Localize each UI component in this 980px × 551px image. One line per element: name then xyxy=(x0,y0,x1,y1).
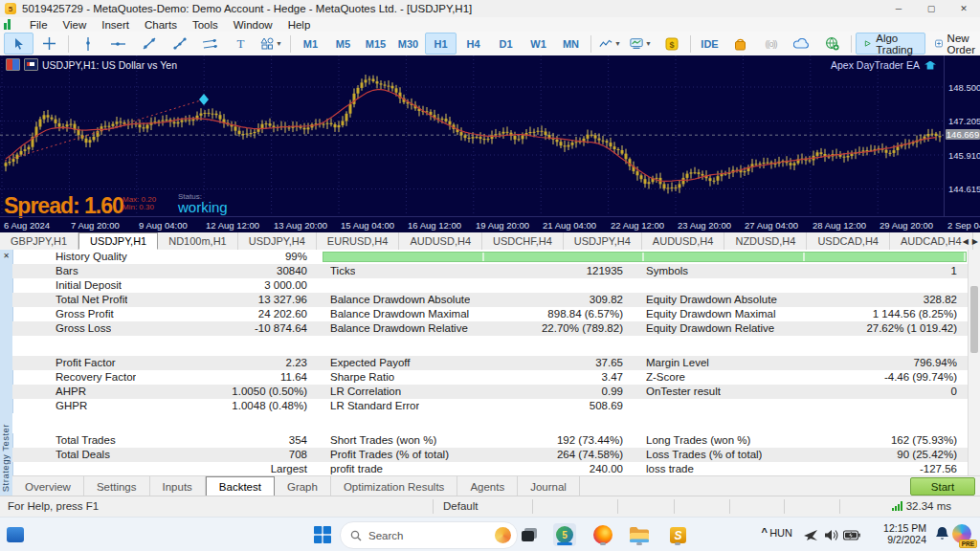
start-button-windows[interactable] xyxy=(311,523,334,546)
tester-tab-settings[interactable]: Settings xyxy=(84,476,150,496)
indicators-button[interactable]: ▼ xyxy=(626,33,656,55)
symbol-tab-eurusd-h4[interactable]: EURUSD,H4 xyxy=(317,232,400,250)
symbol-tab-usdcad-h4[interactable]: USDCAD,H4 xyxy=(807,232,890,250)
firefox-icon[interactable] xyxy=(591,523,614,546)
language-indicator[interactable]: HUN xyxy=(769,527,792,539)
symbol-tab-audusd-h4[interactable]: AUDUSD,H4 xyxy=(399,232,482,250)
profile-name[interactable]: Default xyxy=(443,500,478,512)
search-highlight-icon[interactable] xyxy=(495,527,511,543)
tester-tab-journal[interactable]: Journal xyxy=(518,476,580,496)
minimize-button[interactable]: ─ xyxy=(882,0,915,17)
symbol-tab-usdjpy-h4[interactable]: USDJPY,H4 xyxy=(238,232,317,250)
timeframe-m15[interactable]: M15 xyxy=(360,33,391,55)
copilot-icon[interactable]: PRE xyxy=(951,523,974,546)
tester-close-icon[interactable]: ✕ xyxy=(2,252,11,260)
symbol-tab-audcad-h4[interactable]: AUDCAD,H4 xyxy=(890,232,973,250)
connection-latency[interactable]: 32.34 ms xyxy=(892,500,951,512)
maximize-button[interactable]: ▢ xyxy=(915,0,947,17)
timeframe-h4[interactable]: H4 xyxy=(457,33,489,55)
metatrader-taskbar-icon[interactable]: 5 xyxy=(553,523,576,546)
volume-icon[interactable] xyxy=(823,526,840,543)
ide-button[interactable]: IDE xyxy=(695,33,724,55)
tester-cell-label: Equity Drawdown Maximal xyxy=(646,307,776,321)
airplane-mode-icon[interactable] xyxy=(802,526,819,543)
menu-item-window[interactable]: Window xyxy=(226,17,280,32)
symbol-tab-nd100m-h1[interactable]: ND100m,H1 xyxy=(158,232,238,250)
tester-cell-value: 24 202.60 xyxy=(258,307,307,321)
tray-chevron-icon[interactable]: ^ xyxy=(762,526,768,538)
timeframe-mn[interactable]: MN xyxy=(555,33,587,55)
scrollbar-thumb[interactable] xyxy=(970,286,978,353)
battery-icon[interactable] xyxy=(842,526,861,543)
price-scale[interactable]: 148.500147.205145.910144.615146.669 xyxy=(944,55,980,216)
timeframe-h1[interactable]: H1 xyxy=(425,33,457,55)
tester-cell: Gross Loss-10 874.64 xyxy=(44,321,319,336)
community-button[interactable] xyxy=(817,33,847,55)
polyline-tool-button[interactable] xyxy=(165,33,194,55)
taskbar-corner-icon[interactable] xyxy=(4,523,27,546)
tester-cell xyxy=(635,399,969,413)
symbol-tab-gbpjpy-h1[interactable]: GBPJPY,H1 xyxy=(0,232,78,250)
symbol-tab-usdjpy-h4[interactable]: USDJPY,H4 xyxy=(564,232,642,250)
one-click-trading-icon[interactable] xyxy=(6,58,20,71)
row-indent xyxy=(12,278,44,293)
tester-cell-value: 1 xyxy=(951,264,957,278)
tester-scrollbar[interactable] xyxy=(968,250,980,475)
start-button[interactable]: Start xyxy=(910,477,975,496)
cursor-tool-button[interactable] xyxy=(4,33,33,55)
menu-item-insert[interactable]: Insert xyxy=(94,17,137,32)
menu-item-charts[interactable]: Charts xyxy=(137,17,185,32)
deposit-button[interactable]: $ xyxy=(657,33,686,55)
chart-symbol-icon xyxy=(24,58,38,71)
menu-item-help[interactable]: Help xyxy=(280,17,319,32)
shapes-tool-button[interactable]: ▼ xyxy=(256,33,286,55)
vertical-line-tool-button[interactable] xyxy=(73,33,102,55)
gold-s-app-icon[interactable]: S xyxy=(666,523,689,546)
channel-tool-button[interactable] xyxy=(195,33,225,55)
tester-tab-graph[interactable]: Graph xyxy=(275,476,331,496)
tab-scroll-left[interactable]: ◀ xyxy=(963,237,969,246)
candlestick-chart[interactable] xyxy=(0,55,944,216)
chart-type-button[interactable]: ▼ xyxy=(595,33,625,55)
signals-button[interactable]: ((o)) xyxy=(756,33,786,55)
timeframe-m5[interactable]: M5 xyxy=(327,33,359,55)
notification-bell-icon[interactable] xyxy=(935,526,949,545)
tester-tab-inputs[interactable]: Inputs xyxy=(150,476,206,496)
symbol-tab-usdchf-h4[interactable]: USDCHF,H4 xyxy=(482,232,564,250)
tab-scroll-right[interactable]: ▶ xyxy=(972,237,978,246)
horizontal-line-tool-button[interactable] xyxy=(103,33,133,55)
algo-trading-button[interactable]: Algo Trading xyxy=(856,33,925,55)
text-tool-button[interactable]: T xyxy=(226,33,256,55)
chart-area[interactable]: USDJPY,H1: US Dollar vs Yen Apex DayTrad… xyxy=(0,55,980,232)
market-button[interactable] xyxy=(725,33,755,55)
tester-tab-optimization-results[interactable]: Optimization Results xyxy=(331,476,457,496)
tester-tab-overview[interactable]: Overview xyxy=(12,476,84,496)
task-view-icon[interactable] xyxy=(518,523,541,546)
crosshair-tool-button[interactable] xyxy=(34,33,64,55)
vps-cloud-button[interactable] xyxy=(787,33,816,55)
timeframe-d1[interactable]: D1 xyxy=(490,33,522,55)
tester-tab-agents[interactable]: Agents xyxy=(457,476,518,496)
trendline-tool-button[interactable] xyxy=(134,33,164,55)
time-axis[interactable]: 6 Aug 20247 Aug 20:009 Aug 04:0012 Aug 1… xyxy=(0,216,980,233)
symbol-tab-nzdusd-h4[interactable]: NZDUSD,H4 xyxy=(724,232,807,250)
symbol-tab-usdjpy-h1[interactable]: USDJPY,H1 xyxy=(78,232,158,250)
new-order-button[interactable]: New Order xyxy=(926,33,980,55)
copilot-pre-badge: PRE xyxy=(959,540,977,548)
timeframe-m30[interactable]: M30 xyxy=(392,33,424,55)
menu-item-file[interactable]: File xyxy=(22,17,56,32)
menu-item-view[interactable]: View xyxy=(56,17,95,32)
timeframe-w1[interactable]: W1 xyxy=(523,33,554,55)
timeframe-m1[interactable]: M1 xyxy=(295,33,326,55)
close-button[interactable]: ✕ xyxy=(947,0,980,17)
tester-tab-backtest[interactable]: Backtest xyxy=(206,476,275,496)
taskbar-clock[interactable]: 12:15 PM 9/2/2024 xyxy=(883,522,926,545)
tester-cell-label: History Quality xyxy=(56,250,127,264)
file-explorer-icon[interactable] xyxy=(628,523,651,546)
menu-item-tools[interactable]: Tools xyxy=(185,17,226,32)
symbol-tab-audusd-h4[interactable]: AUDUSD,H4 xyxy=(642,232,725,250)
expert-advisor-icon[interactable] xyxy=(924,61,936,70)
tester-cell: AHPR1.0050 (0.50%) xyxy=(44,385,319,399)
taskbar-search-input[interactable]: Search xyxy=(340,521,518,549)
backtest-results-table: History Quality99%Bars30840Ticks121935Sy… xyxy=(12,250,969,476)
